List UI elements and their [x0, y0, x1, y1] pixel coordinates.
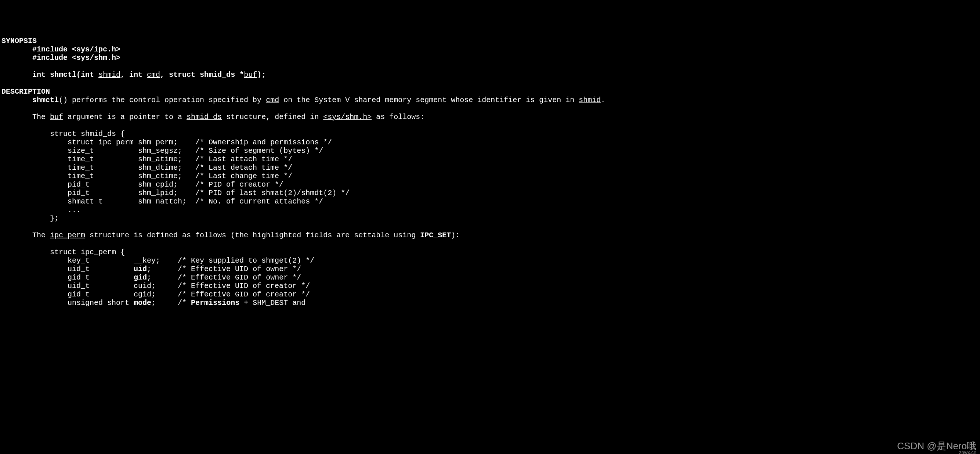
struct-line: gid_t cgid; /* Effective GID of creator … [2, 290, 310, 299]
indent [2, 231, 32, 239]
desc-text: argument is a pointer to a [63, 113, 186, 121]
struct-line: pid_t shm_lpid; /* PID of last shmat(2)/… [2, 189, 350, 197]
include-line: #include <sys/ipc.h> [32, 45, 121, 54]
struct-field-mode: mode [134, 299, 151, 307]
struct-field-uid: uid [134, 265, 147, 273]
struct-comment-bold: Permissions [191, 299, 239, 307]
struct-line: pid_t shm_cpid; /* PID of creator */ [2, 180, 283, 189]
manpage-content: SYNOPSIS #include <sys/ipc.h> #include <… [2, 37, 978, 307]
struct-line: uid_t cuid; /* Effective UID of creator … [2, 282, 310, 290]
section-heading-description: DESCRIPTION [2, 88, 50, 96]
func-param-buf: buf [244, 70, 257, 79]
struct-line: shmatt_t shm_nattch; /* No. of current a… [2, 197, 323, 206]
param-ref-cmd: cmd [266, 96, 279, 104]
func-sig-part: ); [257, 70, 266, 79]
desc-text: on the System V shared memory segment wh… [279, 96, 579, 104]
indent [2, 45, 32, 54]
struct-ref-shmid-ds: shmid_ds [186, 113, 222, 121]
desc-text: () performs the control operation specif… [59, 96, 266, 104]
func-sig-part: , int [121, 70, 147, 79]
struct-line: struct ipc_perm shm_perm; /* Ownership a… [2, 138, 332, 147]
func-name: shmctl [32, 96, 59, 104]
struct-line: ; /* Effective GID of owner */ [147, 273, 301, 282]
func-param-cmd: cmd [147, 70, 160, 79]
struct-line: gid_t [2, 273, 134, 282]
struct-line: ; /* [151, 299, 191, 307]
struct-line: struct ipc_perm { [2, 248, 125, 256]
func-sig-part: int shmctl(int [32, 70, 99, 79]
func-sig-part: , struct shmid_ds * [160, 70, 244, 79]
struct-line: struct shmid_ds { [2, 130, 125, 138]
struct-line: time_t shm_dtime; /* Last detach time */ [2, 164, 292, 172]
struct-line: size_t shm_segsz; /* Size of segment (by… [2, 147, 323, 155]
struct-line: }; [2, 214, 59, 223]
section-heading-synopsis: SYNOPSIS [2, 37, 37, 45]
struct-line: uid_t [2, 265, 134, 273]
struct-line: unsigned short [2, 299, 134, 307]
indent [2, 113, 32, 121]
desc-text: ): [451, 231, 460, 239]
indent [2, 70, 32, 79]
desc-text: structure is defined as follows (the hig… [85, 231, 420, 239]
const-ref-ipc-set: IPC_SET [420, 231, 451, 239]
struct-line: time_t shm_ctime; /* Last change time */ [2, 172, 292, 180]
struct-line: ... [2, 206, 81, 214]
desc-text: . [601, 96, 605, 104]
struct-line: key_t __key; /* Key supplied to shmget(2… [2, 256, 314, 265]
param-ref-shmid: shmid [579, 96, 601, 104]
indent [2, 96, 32, 104]
struct-field-gid: gid [134, 273, 147, 282]
func-param-shmid: shmid [99, 70, 121, 79]
include-line: #include <sys/shm.h> [32, 54, 121, 62]
desc-text: The [32, 231, 50, 239]
struct-line: ; /* Effective UID of owner */ [147, 265, 301, 273]
desc-text: The [32, 113, 50, 121]
desc-text: as follows: [372, 113, 425, 121]
desc-text: structure, defined in [222, 113, 323, 121]
struct-line: + SHM_DEST and [239, 299, 305, 307]
param-ref-buf: buf [50, 113, 63, 121]
header-ref: <sys/shm.h> [323, 113, 372, 121]
indent [2, 54, 32, 62]
struct-line: time_t shm_atime; /* Last attach time */ [2, 155, 292, 164]
struct-ref-ipc-perm: ipc_perm [50, 231, 85, 239]
